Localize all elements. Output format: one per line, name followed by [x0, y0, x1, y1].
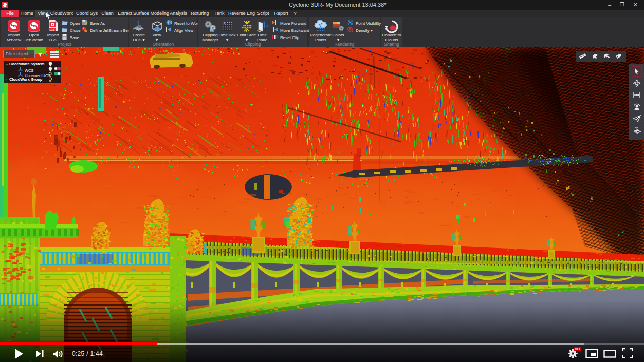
svg-text:1: 1 — [223, 22, 225, 25]
svg-text:LGS: LGS — [49, 28, 55, 31]
svg-text:z: z — [266, 23, 268, 28]
